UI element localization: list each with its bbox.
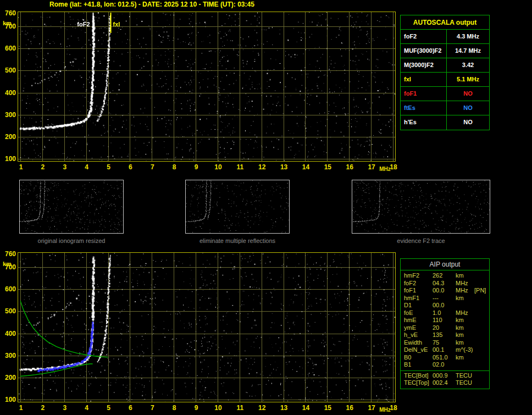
- autoscala-param-label: MUF(3000)F2: [401, 44, 447, 58]
- aip-param-unit: km: [452, 331, 473, 339]
- autoscala-table-rows: foF24.3 MHzMUF(3000)F214.7 MHzM(3000)F23…: [401, 30, 489, 130]
- y-tick-label: 600: [1, 286, 16, 292]
- aip-row: foF204.3MHz: [401, 280, 489, 287]
- aip-param-unit: km: [452, 339, 473, 347]
- autoscala-param-label: M(3000)F2: [401, 58, 447, 72]
- aip-param-extra: [473, 302, 489, 309]
- autoscala-param-value: 3.42: [447, 58, 489, 72]
- x-tick-label: 8: [169, 405, 180, 411]
- x-tick-label: 2: [37, 405, 48, 411]
- ionogram-main-plot: 1234567891011121314151617187607006005004…: [18, 12, 396, 162]
- aip-param-extra: [473, 346, 489, 354]
- autoscala-param-label: foF2: [401, 30, 447, 43]
- aip-param-label: DelN_vE: [401, 346, 433, 354]
- x-tick-label: 16: [344, 164, 355, 170]
- ionogram-main-canvas: [18, 12, 396, 162]
- aip-table-rows: hmF2262kmfoF204.3MHzfoF100.0MHz[PN]hmF1-…: [401, 272, 489, 387]
- aip-param-value: 20: [433, 324, 452, 332]
- aip-param-value: 04.3: [433, 280, 452, 287]
- aip-param-value: ---: [433, 295, 452, 302]
- aip-row: foE1.0MHz: [401, 309, 489, 317]
- x-tick-label: 9: [191, 164, 202, 170]
- thumb-original-caption: original ionogram resized: [19, 237, 124, 244]
- y-tick-label: 760: [1, 251, 16, 257]
- aip-param-value: 00.0: [433, 302, 452, 309]
- x-tick-label: 6: [125, 164, 136, 170]
- x-tick-label: 4: [81, 164, 92, 170]
- x-tick-label: 2: [37, 164, 48, 170]
- y-axis-unit-label: km: [3, 261, 12, 267]
- aip-param-unit: MHz: [452, 280, 473, 287]
- aip-row: ymE20km: [401, 324, 489, 332]
- aip-param-extra: [473, 339, 489, 347]
- autoscala-row: fxl5.1 MHz: [401, 73, 489, 87]
- aip-row: B0051.0km: [401, 354, 489, 362]
- x-tick-label: 14: [300, 164, 311, 170]
- x-tick-label: 11: [235, 164, 246, 170]
- aip-row: hmF1---km: [401, 295, 489, 302]
- autoscala-row: foF24.3 MHz: [401, 30, 489, 44]
- y-tick-label: 400: [1, 330, 16, 337]
- x-tick-label: 8: [169, 164, 180, 170]
- autoscala-row: MUF(3000)F214.7 MHz: [401, 44, 489, 58]
- aip-row: h_vE135km: [401, 331, 489, 339]
- aip-param-extra: [473, 372, 489, 380]
- thumb-original-ionogram: [19, 180, 124, 234]
- aip-param-label: foF1: [401, 287, 433, 295]
- aip-param-extra: [473, 295, 489, 302]
- x-tick-label: 7: [147, 164, 158, 170]
- x-axis-unit-label: MHz: [379, 407, 391, 413]
- x-tick-label: 7: [147, 405, 158, 411]
- autoscala-param-label: foF1: [401, 87, 447, 101]
- aip-param-label: h_vE: [401, 331, 433, 339]
- thumb-f2-evidence-canvas: [352, 180, 490, 234]
- x-tick-label: 17: [366, 405, 377, 411]
- ionogram-aip-canvas: [18, 252, 396, 402]
- aip-param-value: 1.0: [433, 309, 452, 317]
- autoscala-table-title: AUTOSCALA output: [401, 15, 489, 30]
- x-tick-label: 13: [279, 164, 290, 170]
- x-axis-unit-label: MHz: [379, 166, 391, 172]
- x-tick-label: 5: [103, 405, 114, 411]
- aip-param-value: 75: [433, 339, 452, 347]
- x-tick-label: 10: [213, 405, 224, 411]
- aip-param-extra: [473, 317, 489, 324]
- x-tick-label: 1: [15, 405, 26, 411]
- aip-param-label: hmF2: [401, 272, 433, 280]
- aip-output-table: AIP output hmF2262kmfoF204.3MHzfoF100.0M…: [400, 258, 490, 389]
- x-tick-label: 4: [81, 405, 92, 411]
- y-tick-label: 500: [1, 308, 16, 314]
- x-tick-label: 17: [366, 164, 377, 170]
- aip-row: DelN_vE00.1m^(-3): [401, 346, 489, 354]
- aip-row: TEC[Top]002.4TECU: [401, 379, 489, 387]
- aip-param-label: TEC[Top]: [401, 379, 433, 387]
- aip-row: Ewidth75km: [401, 339, 489, 347]
- aip-param-label: TEC[Bot]: [401, 372, 433, 380]
- y-tick-label: 300: [1, 352, 16, 359]
- autoscala-param-value: 14.7 MHz: [447, 44, 489, 58]
- aip-param-value: 110: [433, 317, 452, 324]
- autoscala-row: M(3000)F23.42: [401, 58, 489, 73]
- autoscala-row: foF1NO: [401, 87, 489, 101]
- x-tick-label: 12: [257, 164, 268, 170]
- marker-label-foF2: foF2: [74, 21, 90, 27]
- aip-table-title: AIP output: [401, 259, 489, 270]
- aip-param-unit: km: [452, 324, 473, 332]
- aip-param-extra: [473, 280, 489, 287]
- y-tick-label: 760: [1, 10, 16, 16]
- aip-row: D100.0: [401, 302, 489, 309]
- aip-param-unit: m^(-3): [452, 346, 473, 354]
- autoscala-param-label: ftEs: [401, 101, 447, 115]
- aip-param-label: hmE: [401, 317, 433, 324]
- x-tick-label: 16: [344, 405, 355, 411]
- x-tick-label: 9: [191, 405, 202, 411]
- y-tick-label: 200: [1, 374, 16, 381]
- aip-row: TEC[Bot]000.9TECU: [401, 370, 489, 380]
- aip-param-extra: [473, 361, 489, 369]
- autoscala-param-value: 5.1 MHz: [447, 73, 489, 86]
- aip-param-label: foF2: [401, 280, 433, 287]
- aip-param-value: 00.1: [433, 346, 452, 354]
- aip-param-value: 135: [433, 331, 452, 339]
- x-tick-label: 10: [213, 164, 224, 170]
- thumb-original-ionogram-canvas: [19, 180, 124, 234]
